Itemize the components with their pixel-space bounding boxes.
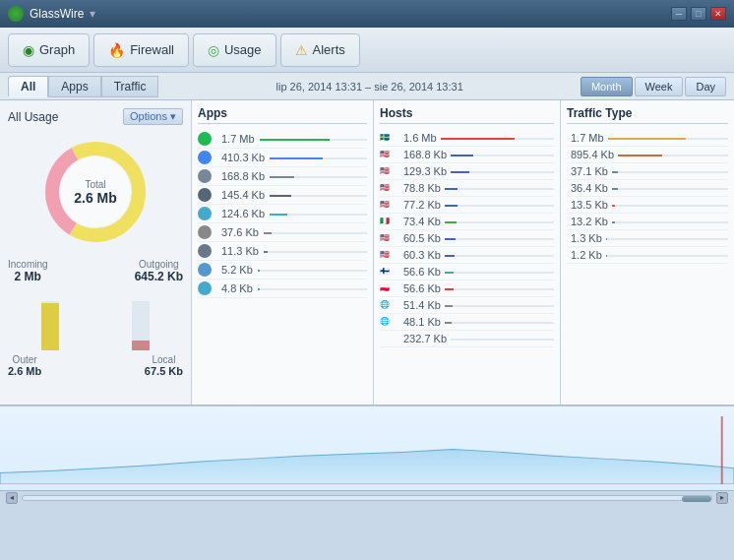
host-list-item[interactable]: 🇺🇸 a1005.dspw42.ak... 78.8 Kb <box>380 180 554 197</box>
host-list-item[interactable]: 🇮🇹 api.tunigo.com 73.4 Kb <box>380 214 554 230</box>
traffic-list-item[interactable]: DHCPv6 server 1.3 Kb <box>567 230 728 247</box>
traffic-list: Other 1.7 Mb Hypertext Transfer Pr... 89… <box>567 130 728 264</box>
options-button[interactable]: Options ▾ <box>123 108 183 125</box>
nav-firewall-label: Firewall <box>130 42 174 57</box>
host-list-item[interactable]: 🇺🇸 d3rt1990lpmkn.clo... 77.2 Kb <box>380 197 554 214</box>
host-list-item[interactable]: 🇵🇱 a1168.dsw4.aka... 56.6 Kb <box>380 280 554 297</box>
timeline-graph <box>0 416 734 484</box>
host-list-item[interactable]: 🇺🇸 update.glasswire.... 129.3 Kb <box>380 163 554 180</box>
traffic-list-item[interactable]: Hypertext Transfer Pr... 13.5 Kb <box>567 197 728 214</box>
app-icon <box>198 151 212 164</box>
app-list-item[interactable]: Proces hosta dla ... 145.4 Kb <box>198 186 367 205</box>
app-list-item[interactable]: dashlane.exe 5.2 Kb <box>198 261 367 280</box>
host-flag: 🌐 <box>380 300 396 310</box>
app-list-item[interactable]: Eksplorator Windo... 11.3 Kb <box>198 242 367 261</box>
host-flag <box>380 334 396 343</box>
host-list-item[interactable]: 🌐 224.0.0.252 51.4 Kb <box>380 297 554 314</box>
host-flag: 🇺🇸 <box>380 150 396 159</box>
nav-alerts-label: Alerts <box>313 42 345 57</box>
app-size: 124.6 Kb <box>221 208 265 219</box>
dropdown-icon[interactable]: ▾ <box>90 7 95 21</box>
host-flag: 🇺🇸 <box>380 166 396 176</box>
nav-alerts-button[interactable]: ⚠ Alerts <box>280 33 360 67</box>
nav-graph-label: Graph <box>39 42 75 57</box>
timeline: 2014-07-292014-08-022014-08-062014-08-10… <box>0 405 734 504</box>
app-title: GlassWire <box>30 7 84 21</box>
host-size: 232.7 Kb <box>403 333 447 344</box>
app-icon <box>198 207 212 220</box>
app-size: 410.3 Kb <box>221 152 265 163</box>
app-list-item[interactable]: GlassWire 4.8 Kb <box>198 280 367 298</box>
donut-chart: Total 2.6 Mb <box>36 133 154 251</box>
traffic-size: 13.5 Kb <box>571 199 608 211</box>
usage-icon: ◎ <box>208 42 219 58</box>
hosts-title: Hosts <box>380 106 554 124</box>
app-size: 37.6 Kb <box>221 226 259 238</box>
host-list-item[interactable]: 🇺🇸 clients.1.google.com 60.5 Kb <box>380 230 554 247</box>
period-month-button[interactable]: Month <box>581 77 633 96</box>
app-list-item[interactable]: GlassWire Control... 124.6 Kb <box>198 205 367 223</box>
host-list-item[interactable]: +20 more 232.7 Kb <box>380 331 554 347</box>
stats-row: Incoming 2 Mb Outgoing 645.2 Kb <box>8 259 183 283</box>
traffic-list-item[interactable]: Microsoft SSDP Enabl... 37.1 Kb <box>567 163 728 180</box>
nav-graph-button[interactable]: ◉ Graph <box>8 33 90 67</box>
traffic-list-item[interactable]: NetBIOS Name Service 36.4 Kb <box>567 180 728 197</box>
tab-traffic[interactable]: Traffic <box>101 76 159 97</box>
period-day-button[interactable]: Day <box>685 77 726 96</box>
app-size: 145.4 Kb <box>221 189 265 201</box>
app-icon <box>198 244 212 258</box>
host-size: 48.1 Kb <box>403 316 441 328</box>
app-size: 1.7 Mb <box>221 133 255 145</box>
date-range: lip 26, 2014 13:31 – sie 26, 2014 13:31 <box>158 81 581 93</box>
traffic-list-item[interactable]: Other 1.7 Mb <box>567 130 728 147</box>
traffic-list-item[interactable]: Domain Name System ... 13.2 Kb <box>567 214 728 230</box>
hosts-panel: Hosts 🇸🇪 194.132.162.2 1.6 Mb 🇺🇸 bl3302-… <box>374 100 561 404</box>
nav-usage-button[interactable]: ◎ Usage <box>193 33 276 67</box>
tab-apps[interactable]: Apps <box>48 76 100 97</box>
host-list-item[interactable]: 🇸🇪 194.132.162.2 1.6 Mb <box>380 130 554 147</box>
app-list-item[interactable]: SyncDriver.Service 168.8 Kb <box>198 167 367 186</box>
period-week-button[interactable]: Week <box>635 77 684 96</box>
timeline-scrollbar: ◂ ▸ <box>0 490 734 504</box>
host-list-item[interactable]: 🇺🇸 a1007.dspw43.ak... 60.3 Kb <box>380 247 554 264</box>
app-list-item[interactable]: Spotify 1.7 Mb <box>198 130 367 149</box>
host-flag: 🇺🇸 <box>380 250 396 260</box>
traffic-size: 895.4 Kb <box>571 149 614 160</box>
traffic-list-item[interactable]: NetBIOS Datagram Se... 1.2 Kb <box>567 247 728 264</box>
traffic-size: 1.3 Kb <box>571 232 602 244</box>
tab-all[interactable]: All <box>8 76 48 97</box>
host-flag: 🇮🇹 <box>380 217 396 226</box>
scroll-left-button[interactable]: ◂ <box>6 492 18 504</box>
scroll-thumb[interactable] <box>682 496 711 502</box>
alerts-icon: ⚠ <box>295 42 308 58</box>
app-icon <box>198 225 212 239</box>
nav-usage-label: Usage <box>224 42 262 57</box>
host-size: 56.6 Kb <box>403 282 441 294</box>
host-flag: 🇺🇸 <box>380 183 396 193</box>
host-list-item[interactable]: 🇺🇸 bl3302-g.1drv.com 168.8 Kb <box>380 147 554 163</box>
donut-label: Total 2.6 Mb <box>74 179 117 206</box>
nav-bar: ◉ Graph 🔥 Firewall ◎ Usage ⚠ Alerts <box>0 28 734 73</box>
nav-firewall-button[interactable]: 🔥 Firewall <box>93 33 189 67</box>
minimize-button[interactable]: ─ <box>671 7 687 21</box>
app-size: 5.2 Kb <box>221 264 253 276</box>
bar-row <box>8 291 183 350</box>
host-size: 73.4 Kb <box>403 216 441 227</box>
scroll-right-button[interactable]: ▸ <box>716 492 728 504</box>
maximize-button[interactable]: □ <box>691 7 706 21</box>
app-list-item[interactable]: System 37.6 Kb <box>198 223 367 242</box>
period-buttons: Month Week Day <box>581 77 726 96</box>
app-list-item[interactable]: Google Chrome 410.3 Kb <box>198 149 367 167</box>
host-size: 168.8 Kb <box>403 149 447 160</box>
host-list-item[interactable]: 🌐 Marek-Asus 48.1 Kb <box>380 314 554 331</box>
close-button[interactable]: ✕ <box>710 7 726 21</box>
traffic-size: 37.1 Kb <box>571 165 608 177</box>
traffic-list-item[interactable]: Hypertext Transfer Pr... 895.4 Kb <box>567 147 728 163</box>
app-size: 11.3 Kb <box>221 245 259 257</box>
host-list-item[interactable]: 🇫🇮 a2047.dspl.akama... 56.6 Kb <box>380 264 554 280</box>
traffic-panel: Traffic Type Other 1.7 Mb Hypertext Tran… <box>561 100 734 404</box>
hosts-list: 🇸🇪 194.132.162.2 1.6 Mb 🇺🇸 bl3302-g.1drv… <box>380 130 554 347</box>
scroll-track[interactable] <box>22 495 712 501</box>
local-stat: Local 67.5 Kb <box>145 354 183 377</box>
app-logo <box>8 6 24 22</box>
